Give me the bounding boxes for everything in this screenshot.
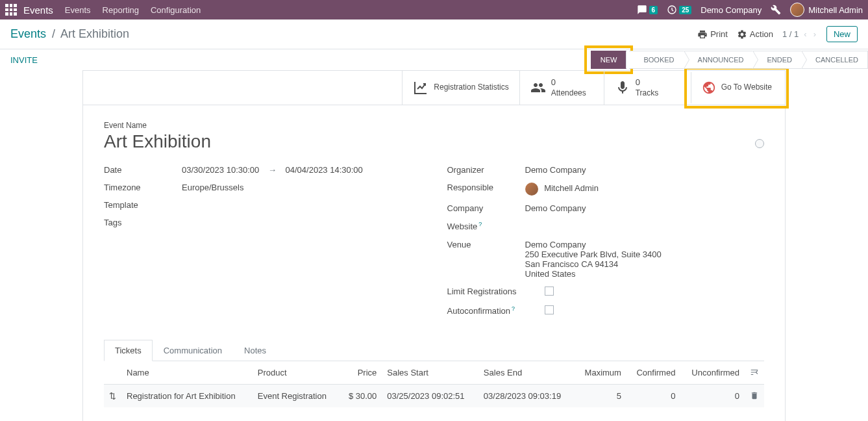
th-product[interactable]: Product <box>253 361 340 385</box>
apps-icon[interactable] <box>5 4 17 16</box>
th-unconfirmed[interactable]: Unconfirmed <box>680 361 745 385</box>
pager-prev[interactable]: ‹ <box>802 29 808 39</box>
breadcrumb-current: Art Exhibition <box>60 27 129 40</box>
company-switcher[interactable]: Demo Company <box>701 5 762 15</box>
tickets-table: Name Product Price Sales Start Sales End… <box>104 361 764 407</box>
globe-icon <box>702 81 716 95</box>
stat-website[interactable]: Go To Website <box>691 72 782 103</box>
tabs: Tickets Communication Notes <box>104 340 764 361</box>
main-navbar: Events Events Reporting Configuration 6 … <box>0 0 868 19</box>
statusbar: INVITE NEW BOOKED ANNOUNCED ENDED CANCEL… <box>0 49 868 70</box>
microphone-icon <box>615 80 630 96</box>
field-limit[interactable] <box>545 287 554 298</box>
stat-tracks[interactable]: 0 Tracks <box>604 71 688 105</box>
invite-button[interactable]: INVITE <box>10 55 38 65</box>
stat-buttons: Registration Statistics 0 Attendees 0 Tr… <box>83 71 785 105</box>
stage-booked[interactable]: BOOKED <box>629 51 683 69</box>
help-icon[interactable]: ? <box>478 221 482 227</box>
th-maximum[interactable]: Maximum <box>575 361 626 385</box>
label-tags: Tags <box>104 218 182 227</box>
label-company: Company <box>447 203 525 213</box>
print-button[interactable]: Print <box>697 29 728 40</box>
users-icon <box>530 80 546 96</box>
stages: NEW BOOKED ANNOUNCED ENDED CANCELLED <box>588 49 868 70</box>
column-options-icon[interactable] <box>745 361 764 385</box>
field-company[interactable]: Demo Company <box>525 203 586 213</box>
field-organizer[interactable]: Demo Company <box>525 165 586 175</box>
th-confirmed[interactable]: Confirmed <box>626 361 680 385</box>
stage-ended[interactable]: ENDED <box>752 51 801 69</box>
avatar-icon <box>525 183 538 196</box>
user-menu[interactable]: Mitchell Admin <box>790 3 863 17</box>
chat-badge: 6 <box>649 6 658 14</box>
cell-price[interactable]: $ 30.00 <box>340 384 382 407</box>
label-date: Date <box>104 165 182 175</box>
label-limit: Limit Registrations <box>447 287 545 298</box>
nav-reporting[interactable]: Reporting <box>103 5 139 15</box>
stat-attendees[interactable]: 0 Attendees <box>519 71 604 105</box>
control-panel: Events / Art Exhibition Print Action 1 /… <box>0 19 868 49</box>
debug-icon[interactable] <box>771 5 781 15</box>
navbar-brand[interactable]: Events <box>23 5 53 16</box>
cell-sales-end[interactable]: 03/28/2023 09:03:19 <box>478 384 575 407</box>
label-autoconfirm: Autoconfirmation? <box>447 305 545 316</box>
new-button[interactable]: New <box>826 26 858 42</box>
th-name[interactable]: Name <box>121 361 253 385</box>
field-venue[interactable]: Demo Company 250 Executive Park Blvd, Su… <box>525 240 662 279</box>
label-venue: Venue <box>447 240 525 279</box>
label-responsible: Responsible <box>447 183 525 196</box>
breadcrumb: Events / Art Exhibition <box>10 27 129 41</box>
tab-communication[interactable]: Communication <box>153 340 233 361</box>
label-timezone: Timezone <box>104 183 182 192</box>
arrow-right-icon: → <box>268 165 277 175</box>
tab-tickets[interactable]: Tickets <box>104 340 153 361</box>
pager: 1 / 1 ‹ › <box>782 29 817 39</box>
cell-product[interactable]: Event Registration <box>253 384 340 407</box>
highlight-website-button: Go To Website <box>688 71 785 105</box>
th-sales-start[interactable]: Sales Start <box>382 361 478 385</box>
label-website: Website? <box>447 221 525 231</box>
event-name[interactable]: Art Exhibition <box>104 131 764 152</box>
user-name: Mitchell Admin <box>808 5 863 15</box>
th-sales-end[interactable]: Sales End <box>478 361 575 385</box>
event-name-label: Event Name <box>104 121 764 130</box>
chat-icon[interactable]: 6 <box>637 5 658 15</box>
cell-sales-start[interactable]: 03/25/2023 09:02:51 <box>382 384 478 407</box>
label-organizer: Organizer <box>447 165 525 175</box>
nav-events[interactable]: Events <box>65 5 91 15</box>
cell-maximum[interactable]: 5 <box>575 384 626 407</box>
chart-line-icon <box>413 80 428 96</box>
pager-value[interactable]: 1 / 1 <box>782 29 799 39</box>
activity-icon[interactable]: 25 <box>667 5 691 15</box>
action-button[interactable]: Action <box>737 29 773 40</box>
help-icon[interactable]: ? <box>512 305 515 312</box>
label-template: Template <box>104 200 182 210</box>
trash-icon[interactable] <box>745 384 764 407</box>
drag-handle-icon[interactable]: ⇅ <box>104 384 121 407</box>
stage-cancelled[interactable]: CANCELLED <box>801 51 868 69</box>
highlight-stage-new: NEW <box>588 49 630 70</box>
pager-next[interactable]: › <box>812 29 817 39</box>
cell-name[interactable]: Registration for Art Exhibition <box>121 384 253 407</box>
field-date[interactable]: 03/30/2023 10:30:00 → 04/04/2023 14:30:0… <box>182 165 363 175</box>
table-row[interactable]: ⇅ Registration for Art Exhibition Event … <box>104 384 764 407</box>
cell-unconfirmed[interactable]: 0 <box>680 384 745 407</box>
stat-registration[interactable]: Registration Statistics <box>402 71 519 105</box>
nav-configuration[interactable]: Configuration <box>151 5 201 15</box>
tab-notes[interactable]: Notes <box>233 340 277 361</box>
field-responsible[interactable]: Mitchell Admin <box>525 183 599 196</box>
activity-badge: 25 <box>679 6 691 14</box>
th-price[interactable]: Price <box>340 361 382 385</box>
stage-new[interactable]: NEW <box>591 51 627 69</box>
field-autoconfirm[interactable] <box>545 305 554 316</box>
breadcrumb-root[interactable]: Events <box>10 27 46 40</box>
form-sheet: Registration Statistics 0 Attendees 0 Tr… <box>82 70 786 421</box>
stage-announced[interactable]: ANNOUNCED <box>684 51 753 69</box>
cell-confirmed[interactable]: 0 <box>626 384 680 407</box>
avatar <box>790 3 804 17</box>
field-timezone[interactable]: Europe/Brussels <box>182 183 243 192</box>
